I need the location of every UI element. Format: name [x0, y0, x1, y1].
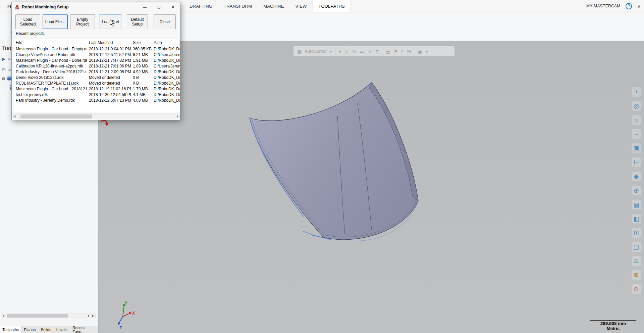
manager-tab-bar: Toolpaths Planes Solids Levels Recent Fu… [0, 326, 98, 333]
close-window-button[interactable]: × [166, 2, 180, 12]
tab-solids[interactable]: Solids [38, 326, 54, 333]
autocursor-tool-icon[interactable]: ▾ [426, 49, 428, 54]
maximize-button[interactable]: □ [152, 2, 166, 12]
column-header-size[interactable]: Size [131, 39, 152, 46]
table-row[interactable]: Mastercam Plugin - Car hood - Empty.rdk … [14, 46, 180, 52]
collapse-ribbon-icon[interactable]: ∧ [637, 4, 641, 9]
table-row[interactable]: Change ViewPose and Robot.rdk 2018-12-12… [14, 52, 180, 57]
help-icon[interactable]: ? [626, 3, 632, 9]
spline-icon[interactable]: ~ [632, 129, 641, 139]
autocursor-tool-icon[interactable]: ◇ [345, 49, 348, 54]
default-setup-button[interactable]: Default Setup [127, 14, 148, 29]
table-row[interactable]: Demo Video 20181221.rdk Moved or deleted… [14, 75, 180, 80]
tab-planes[interactable]: Planes [21, 326, 38, 333]
table-row[interactable]: Mastercam Plugin - Car hood - Done.rdk 2… [14, 57, 180, 63]
lock-icon[interactable]: ⊟ [2, 67, 6, 72]
circle-icon[interactable]: ○ [632, 115, 641, 125]
dialog-horizontal-scrollbar [12, 113, 180, 119]
load-part-button[interactable]: Load Part [99, 14, 122, 29]
tab-toolpaths-manager[interactable]: Toolpaths [0, 326, 21, 333]
table-row[interactable]: Mastercam Plugin - Car hood - 20181219.r… [14, 86, 180, 92]
box-icon[interactable]: ▢ [632, 242, 641, 252]
scrollbar-thumb[interactable] [7, 314, 68, 318]
gear-icon[interactable]: ☸ [632, 270, 641, 280]
tab-transform[interactable]: TRANSFORM [218, 0, 258, 12]
autocursor-tool-icon[interactable]: ◻ [376, 49, 380, 54]
layers-icon[interactable]: ≋ [632, 256, 641, 266]
filter-icon[interactable]: ≡ [8, 67, 11, 72]
section-view-icon[interactable]: ◧ [632, 214, 641, 224]
table-header: File Last Modified Size Path [14, 39, 180, 46]
scroll-left-icon[interactable] [1, 314, 6, 318]
table-row[interactable]: Park Industry - Demo Video 20181221.rdk … [14, 69, 180, 75]
recent-projects-table: File Last Modified Size Path Mastercam P… [14, 39, 180, 112]
column-header-path[interactable]: Path [152, 39, 180, 46]
grid-icon[interactable]: ⊞ [632, 228, 641, 238]
surface-icon[interactable]: ▣ [632, 143, 641, 153]
units-label: Metric [590, 326, 636, 331]
add-icon[interactable]: ⊕ [632, 186, 641, 195]
close-button[interactable]: Close [154, 14, 176, 29]
scroll-right-icon[interactable] [175, 114, 180, 118]
autocursor-label[interactable]: AutoCursor [305, 49, 327, 54]
list-icon[interactable]: ≡ [8, 56, 11, 61]
y-axis-label: Y [125, 301, 127, 305]
autocursor-caret-icon[interactable]: ▾ [330, 49, 332, 54]
empty-project-button[interactable]: Empty Project [70, 14, 95, 29]
circle-center-icon[interactable]: ◎ [632, 101, 641, 111]
table-row[interactable]: Calibration KR 120-first-set-a2pos.rdk 2… [14, 63, 180, 69]
autocursor-tool-icon[interactable]: ▭ [360, 49, 364, 54]
minimize-button[interactable]: — [138, 2, 152, 12]
tab-recent-functions[interactable]: Recent Func... [70, 326, 98, 333]
autocursor-tool-icon[interactable]: × [401, 49, 404, 54]
autocursor-tool-icon[interactable]: ⊙ [352, 49, 356, 54]
tree-expander-icon[interactable]: ⊟ [2, 77, 5, 81]
column-header-last-modified[interactable]: Last Modified [87, 39, 131, 46]
insert-arrow-icon[interactable] [100, 120, 109, 128]
autocursor-tool-icon[interactable]: + [338, 49, 341, 54]
autocursor-tool-icon[interactable]: ∠ [368, 49, 372, 54]
tab-toolpaths[interactable]: TOOLPATHS [313, 0, 351, 12]
select-all-icon[interactable]: ▶ [2, 56, 5, 61]
app-window: FILE DRAFTING TRANSFORM MACHINE VIEW TOO… [0, 0, 644, 333]
tab-levels[interactable]: Levels [54, 326, 70, 333]
autocursor-toolbar: ▦ AutoCursor ▾ +◇⊙▭∠◻ ▤≡×⊞ ▣▾ [293, 46, 455, 56]
table-row[interactable]: RC3L MASTER TEMPLATE (1).rdk Moved or de… [14, 80, 180, 86]
right-toolbar: + ◎ ○ ~ ▣ ⊢ ◆ ⊕ ▤ ◧ ⊞ ▢ ≋ ☸ ⊘ [630, 87, 642, 294]
autocursor-tool-icon[interactable]: ≡ [394, 49, 397, 54]
scroll-left-icon[interactable] [12, 114, 17, 118]
panel-toolbar-row-2: ⊟ ≡ [2, 67, 11, 72]
scrollbar-thumb[interactable] [20, 114, 92, 118]
autocursor-tool-icon[interactable]: ⊞ [407, 49, 411, 54]
crosshair-icon[interactable]: + [632, 87, 641, 97]
load-file-button[interactable]: Load File... [43, 14, 68, 29]
load-selected-button[interactable]: Load Selected [15, 14, 40, 29]
autocursor-grid-icon[interactable]: ▦ [297, 49, 302, 54]
robot-machining-setup-dialog: Robot Machining Setup — □ × Load Selecte… [11, 2, 180, 120]
autocursor-tool-icon[interactable]: ▤ [386, 49, 390, 54]
scroll-right-icon[interactable] [91, 314, 95, 318]
z-axis-label: Z [119, 326, 122, 330]
recent-projects-label: Recent projects: [16, 31, 180, 36]
list-icon[interactable]: ▤ [632, 200, 641, 209]
dialog-title-bar[interactable]: Robot Machining Setup — □ × [12, 2, 180, 12]
table-row[interactable]: Park Industry - Jeremy Demo.rdk 2018-12-… [14, 97, 180, 103]
solid-icon[interactable]: ◆ [632, 172, 641, 181]
x-axis-label: X [132, 311, 135, 316]
scale-rule-line [590, 320, 636, 321]
column-header-file[interactable]: File [14, 39, 87, 46]
disable-icon[interactable]: ⊘ [632, 284, 641, 294]
scale-indicator: 289.608 mm Metric [590, 320, 636, 331]
scroll-left-icon[interactable] [86, 314, 91, 318]
robot-icon [14, 5, 19, 10]
panel-horizontal-scrollbar [1, 314, 96, 318]
tab-view[interactable]: VIEW [290, 0, 313, 12]
autocursor-tool-icon[interactable]: ▣ [417, 49, 422, 54]
tab-machine[interactable]: MACHINE [258, 0, 289, 12]
my-mastercam-link[interactable]: MY MASTERCAM [586, 4, 620, 8]
table-row[interactable]: test for jeremy.rdk 2018-12-20 12:54:59 … [14, 92, 180, 97]
dialog-title: Robot Machining Setup [22, 5, 69, 9]
tab-drafting[interactable]: DRAFTING [184, 0, 218, 12]
measure-icon[interactable]: ⊢ [632, 157, 641, 167]
toolbar-separator [383, 48, 383, 54]
